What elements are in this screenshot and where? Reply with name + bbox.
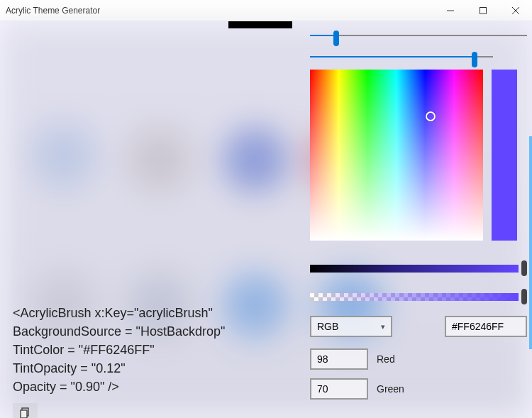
maximize-icon <box>480 7 487 14</box>
green-label: Green <box>377 383 404 395</box>
red-row: 98 Red <box>310 348 527 370</box>
code-line: TintColor = "#FF6246FF" <box>13 343 155 357</box>
close-icon <box>512 7 519 14</box>
copy-icon <box>20 407 31 418</box>
opacity-slider[interactable] <box>310 50 493 64</box>
tint-opacity-slider[interactable] <box>310 28 527 43</box>
color-mode-value: RGB <box>317 321 338 332</box>
slider-thumb[interactable] <box>521 289 527 304</box>
green-input[interactable]: 70 <box>310 378 368 400</box>
mode-hex-row: RGB ▾ #FF6246FF <box>310 316 527 337</box>
hue-preview-bar[interactable] <box>492 70 517 241</box>
alpha-slider[interactable] <box>310 289 527 304</box>
red-label: Red <box>377 353 395 365</box>
code-line: Opacity = "0.90" /> <box>13 380 119 394</box>
code-line: BackgroundSource = "HostBackdrop" <box>13 324 225 339</box>
close-button[interactable] <box>499 0 532 21</box>
green-row: 70 Green <box>310 378 527 400</box>
svg-rect-5 <box>21 410 27 418</box>
top-black-strip <box>228 21 292 28</box>
spectrum-plane[interactable] <box>310 70 483 241</box>
slider-thumb[interactable] <box>521 260 527 276</box>
maximize-button[interactable] <box>467 0 499 21</box>
scrollbar[interactable] <box>529 136 532 349</box>
code-line: TintOpacity = "0.12" <box>13 361 126 375</box>
hex-value: #FF6246FF <box>452 321 504 332</box>
chevron-down-icon: ▾ <box>381 322 385 331</box>
color-panel: RGB ▾ #FF6246FF 98 Red 70 Green <box>310 21 527 400</box>
title-bar: Acrylic Theme Generator <box>0 0 532 21</box>
slider-thumb[interactable] <box>333 31 339 46</box>
window-controls <box>434 0 532 21</box>
red-input[interactable]: 98 <box>310 348 368 370</box>
copy-button[interactable] <box>13 403 38 418</box>
value-slider[interactable] <box>310 260 527 276</box>
code-line: <AcrylicBrush x:Key="acrylicBrush" <box>13 306 213 320</box>
color-mode-select[interactable]: RGB ▾ <box>310 316 392 337</box>
xaml-output: <AcrylicBrush x:Key="acrylicBrush" Backg… <box>13 304 225 396</box>
hex-input[interactable]: #FF6246FF <box>445 316 527 337</box>
svg-rect-1 <box>480 7 487 13</box>
slider-thumb[interactable] <box>472 52 477 67</box>
spectrum-selector-ring[interactable] <box>426 111 436 121</box>
minimize-icon <box>447 7 454 14</box>
minimize-button[interactable] <box>434 0 467 21</box>
window-title: Acrylic Theme Generator <box>6 6 434 16</box>
client-area: <AcrylicBrush x:Key="acrylicBrush" Backg… <box>0 21 532 418</box>
color-picker <box>310 70 527 241</box>
